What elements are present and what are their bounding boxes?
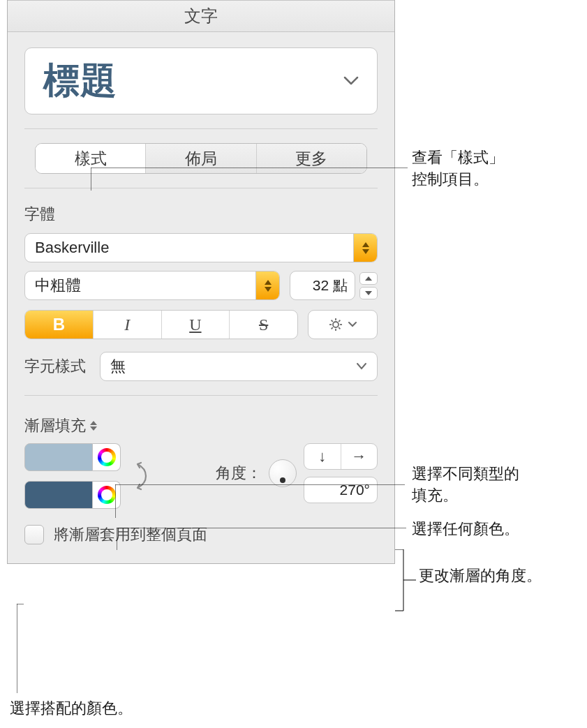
color-wheel-icon: [98, 486, 116, 504]
direction-buttons: ↓ →: [304, 443, 378, 470]
bold-button[interactable]: B: [25, 311, 94, 339]
char-style-value: 無: [110, 356, 126, 377]
apply-to-page-checkbox[interactable]: [24, 525, 44, 544]
angle-dial[interactable]: [269, 459, 297, 487]
swap-colors-button[interactable]: [131, 459, 149, 493]
char-style-label: 字元樣式: [24, 356, 86, 377]
gradient-color1-row: [24, 443, 121, 471]
gradient-color2-swatch[interactable]: [24, 481, 93, 509]
tab-bar: 樣式 佈局 更多: [35, 143, 367, 174]
divider: [24, 128, 378, 129]
strike-button[interactable]: S: [230, 311, 297, 339]
callout-any-color: 選擇任何顏色。: [412, 519, 519, 540]
font-family-row: Baskerville: [8, 233, 394, 262]
size-down-button[interactable]: [359, 287, 378, 299]
callout-matching-color: 選擇搭配的顏色。: [10, 698, 133, 720]
tab-layout[interactable]: 佈局: [146, 144, 256, 173]
direction-down-button[interactable]: ↓: [304, 444, 341, 469]
font-family-value: Baskerville: [35, 239, 109, 257]
angle-label: 角度：: [216, 463, 262, 484]
chevron-down-icon: [356, 362, 367, 371]
formatting-row: B I U S: [8, 310, 394, 339]
underline-button[interactable]: U: [162, 311, 230, 339]
gradient-color1-picker[interactable]: [93, 443, 121, 471]
svg-line-7: [339, 320, 340, 322]
italic-button[interactable]: I: [94, 311, 162, 339]
chevron-down-icon: [348, 321, 357, 328]
tab-style[interactable]: 樣式: [36, 144, 146, 173]
gradient-color1-swatch[interactable]: [24, 443, 93, 471]
color-wheel-icon: [98, 448, 116, 466]
font-weight-stepper[interactable]: [255, 272, 279, 299]
callout-fill-type: 選擇不同類型的填充。: [412, 463, 519, 507]
paragraph-style-select[interactable]: 標題: [24, 47, 378, 114]
font-weight-size-row: 中粗體 32 點: [8, 271, 394, 300]
fill-type-label: 漸層填充: [24, 415, 86, 436]
apply-to-page-row: 將漸層套用到整個頁面: [8, 509, 394, 563]
gradient-controls: 角度： ↓ → 270°: [8, 436, 394, 509]
fill-type-stepper-icon: [90, 421, 97, 431]
apply-to-page-label: 將漸層套用到整個頁面: [54, 524, 207, 545]
font-size-input[interactable]: 32 點: [290, 271, 355, 300]
svg-line-6: [339, 327, 340, 329]
callout-line: [17, 604, 31, 694]
font-size-stepper: [359, 271, 378, 300]
fill-type-row[interactable]: 漸層填充: [8, 415, 394, 436]
divider: [24, 395, 378, 396]
svg-point-0: [333, 322, 339, 327]
svg-line-8: [332, 327, 333, 329]
font-family-select[interactable]: Baskerville: [24, 233, 378, 262]
paragraph-style-name: 標題: [43, 57, 117, 105]
size-up-button[interactable]: [359, 272, 378, 285]
font-heading: 字體: [8, 204, 394, 225]
direction-right-button[interactable]: →: [341, 444, 378, 469]
divider: [24, 188, 378, 188]
font-size-group: 32 點: [290, 271, 378, 300]
callout-angle: 更改漸層的角度。: [419, 565, 542, 587]
chevron-down-icon: [343, 76, 359, 86]
character-style-row: 字元樣式 無: [8, 352, 394, 381]
tab-more[interactable]: 更多: [257, 144, 366, 173]
angle-block: 角度： ↓ → 270°: [158, 443, 378, 503]
char-style-select[interactable]: 無: [100, 352, 378, 381]
gradient-color2-row: [24, 481, 121, 509]
svg-line-5: [332, 320, 333, 322]
font-weight-value: 中粗體: [35, 275, 81, 296]
angle-input[interactable]: 270°: [304, 477, 378, 503]
font-weight-select[interactable]: 中粗體: [24, 271, 280, 300]
callout-style-controls: 查看「樣式」控制項目。: [412, 147, 504, 191]
font-family-stepper[interactable]: [353, 234, 377, 262]
gradient-color2-picker[interactable]: [93, 481, 121, 509]
panel-title: 文字: [8, 0, 394, 32]
gradient-swatches: [24, 443, 121, 509]
text-format-panel: 文字 標題 樣式 佈局 更多 字體 Baskerville 中粗體 32 點: [7, 0, 395, 564]
gear-icon: [328, 317, 343, 332]
paragraph-style-section: 標題: [8, 32, 394, 114]
text-style-group: B I U S: [24, 310, 298, 339]
advanced-options-button[interactable]: [308, 310, 378, 339]
